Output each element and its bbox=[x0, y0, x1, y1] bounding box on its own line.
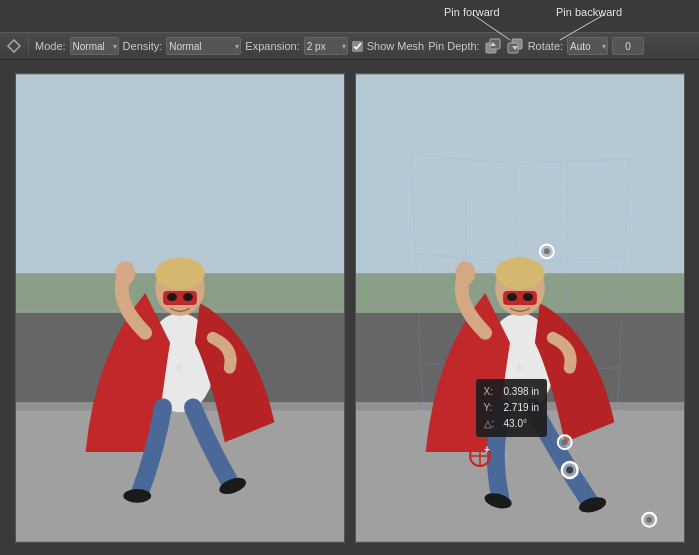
svg-point-57 bbox=[561, 439, 567, 445]
tooltip-x-value: 0.398 in bbox=[504, 384, 540, 400]
right-photo-svg: ✦ bbox=[356, 74, 684, 542]
tooltip-angle-value: 43.0° bbox=[504, 416, 527, 432]
svg-text:✦: ✦ bbox=[513, 359, 525, 375]
tooltip-y-value: 2.719 in bbox=[504, 400, 540, 416]
annotation-arrows-svg bbox=[0, 0, 699, 42]
right-photo-panel[interactable]: ✦ X: 0.398 in Y: 2.719 in bbox=[355, 73, 685, 543]
svg-point-46 bbox=[495, 257, 545, 289]
show-mesh-checkbox[interactable] bbox=[352, 41, 363, 52]
svg-point-17 bbox=[167, 293, 177, 301]
svg-rect-10 bbox=[16, 402, 344, 541]
puppet-warp-cursor: + bbox=[466, 438, 498, 470]
tooltip-y-label: Y: bbox=[484, 400, 500, 416]
svg-point-61 bbox=[566, 466, 573, 473]
svg-text:+: + bbox=[484, 444, 490, 455]
tooltip-angle-label: △: bbox=[484, 416, 500, 432]
svg-point-50 bbox=[455, 261, 475, 285]
left-photo-svg: ✦ bbox=[16, 74, 344, 542]
annotations-container: Pin forward Pin backward bbox=[0, 0, 699, 42]
tooltip-x-label: X: bbox=[484, 384, 500, 400]
main-content: ✦ bbox=[0, 60, 699, 555]
svg-line-1 bbox=[560, 14, 605, 40]
svg-point-55 bbox=[543, 248, 549, 254]
svg-point-19 bbox=[115, 261, 135, 285]
svg-text:✦: ✦ bbox=[173, 359, 185, 375]
svg-line-0 bbox=[472, 14, 510, 40]
left-photo-panel: ✦ bbox=[15, 73, 345, 543]
svg-point-18 bbox=[182, 293, 192, 301]
svg-point-48 bbox=[507, 293, 517, 301]
coordinate-tooltip: X: 0.398 in Y: 2.719 in △: 43.0° bbox=[476, 379, 548, 437]
svg-point-49 bbox=[522, 293, 532, 301]
svg-point-59 bbox=[646, 516, 652, 522]
svg-point-20 bbox=[123, 488, 151, 502]
cursor-svg: + bbox=[466, 438, 498, 470]
svg-point-15 bbox=[155, 257, 205, 289]
